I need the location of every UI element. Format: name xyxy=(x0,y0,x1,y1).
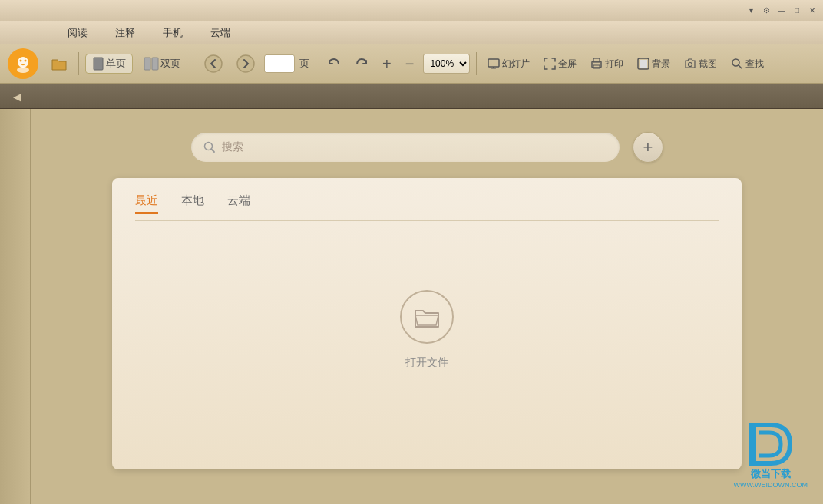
svg-rect-5 xyxy=(144,58,150,70)
open-file-button[interactable] xyxy=(400,290,454,344)
separator-3 xyxy=(316,52,316,75)
settings-icon[interactable]: ⚙ xyxy=(760,5,772,17)
svg-point-0 xyxy=(18,57,28,68)
print-button[interactable]: 打印 xyxy=(586,54,628,74)
forward-button[interactable] xyxy=(232,51,259,76)
undo-button[interactable] xyxy=(322,54,345,74)
content-panel: 搜索 + 最近 本地 云端 xyxy=(112,132,742,469)
tab-cloud[interactable]: 云端 xyxy=(227,193,250,214)
svg-point-3 xyxy=(25,60,27,62)
svg-rect-22 xyxy=(750,425,756,463)
single-page-button[interactable]: 单页 xyxy=(85,54,133,74)
page-number-input[interactable] xyxy=(264,54,295,73)
file-panel: 最近 本地 云端 打开文件 xyxy=(112,178,742,469)
menu-phone[interactable]: 手机 xyxy=(157,25,189,41)
search-box[interactable]: 搜索 xyxy=(190,132,620,163)
menu-bar: 阅读 注释 手机 云端 xyxy=(0,21,823,44)
search-placeholder-text: 搜索 xyxy=(222,140,243,154)
tab-recent[interactable]: 最近 xyxy=(135,193,158,214)
minimize-button[interactable]: — xyxy=(775,5,788,17)
left-sidebar xyxy=(0,109,31,504)
svg-point-1 xyxy=(17,67,29,73)
svg-point-7 xyxy=(205,55,222,72)
zoom-in-button[interactable]: + xyxy=(378,52,396,76)
find-button[interactable]: 查找 xyxy=(726,54,768,74)
tray-icon[interactable]: ▾ xyxy=(745,5,757,17)
open-file-label: 打开文件 xyxy=(405,356,448,370)
svg-line-19 xyxy=(739,65,742,68)
zoom-level-select[interactable]: 50% 75% 100% 125% 150% 200% xyxy=(423,54,470,74)
separator-1 xyxy=(78,52,79,75)
separator-4 xyxy=(476,52,477,75)
watermark: 微当下载 WWW.WEIDOWN.COM xyxy=(734,421,808,489)
slideshow-button[interactable]: 幻灯片 xyxy=(483,54,534,74)
page-label: 页 xyxy=(299,57,309,71)
main-area: 搜索 + 最近 本地 云端 xyxy=(0,109,823,504)
secondary-toolbar: ◀ xyxy=(0,84,823,109)
svg-rect-11 xyxy=(493,67,494,68)
fullscreen-button[interactable]: 全屏 xyxy=(539,54,581,74)
app-logo xyxy=(8,48,38,79)
collapse-panel-button[interactable]: ◀ xyxy=(8,87,26,106)
content-area: 搜索 + 最近 本地 云端 xyxy=(31,109,823,504)
watermark-url: WWW.WEIDOWN.COM xyxy=(734,481,808,489)
menu-read[interactable]: 阅读 xyxy=(61,25,94,41)
maximize-button[interactable]: □ xyxy=(791,5,803,17)
open-folder-button[interactable] xyxy=(46,52,72,75)
svg-point-17 xyxy=(689,63,692,67)
menu-annotate[interactable]: 注释 xyxy=(109,25,141,41)
empty-state: 打开文件 xyxy=(135,244,719,416)
svg-line-21 xyxy=(212,150,215,153)
title-bar: ▾ ⚙ — □ ✕ xyxy=(0,0,823,21)
svg-rect-4 xyxy=(94,58,103,70)
search-row: 搜索 + xyxy=(112,132,742,163)
svg-point-8 xyxy=(237,55,254,72)
menu-cloud[interactable]: 云端 xyxy=(204,25,236,41)
toolbar: 单页 双页 页 xyxy=(0,44,823,84)
watermark-site-name: 微当下载 xyxy=(751,467,791,481)
separator-2 xyxy=(193,52,193,75)
window-controls: ▾ ⚙ — □ ✕ xyxy=(745,5,818,17)
tab-local[interactable]: 本地 xyxy=(181,193,204,214)
back-button[interactable] xyxy=(200,51,227,76)
double-page-button[interactable]: 双页 xyxy=(137,54,187,73)
add-button[interactable]: + xyxy=(633,132,663,163)
svg-rect-16 xyxy=(640,60,647,68)
close-button[interactable]: ✕ xyxy=(806,5,818,17)
background-button[interactable]: 背景 xyxy=(633,54,675,74)
svg-rect-6 xyxy=(152,58,158,70)
tabs-row: 最近 本地 云端 xyxy=(135,193,719,221)
redo-button[interactable] xyxy=(350,54,373,74)
svg-point-2 xyxy=(20,60,22,62)
screenshot-button[interactable]: 截图 xyxy=(679,54,722,74)
search-icon xyxy=(203,141,216,153)
watermark-d-logo xyxy=(744,421,798,467)
zoom-out-button[interactable]: − xyxy=(401,52,419,76)
svg-rect-9 xyxy=(488,59,499,67)
